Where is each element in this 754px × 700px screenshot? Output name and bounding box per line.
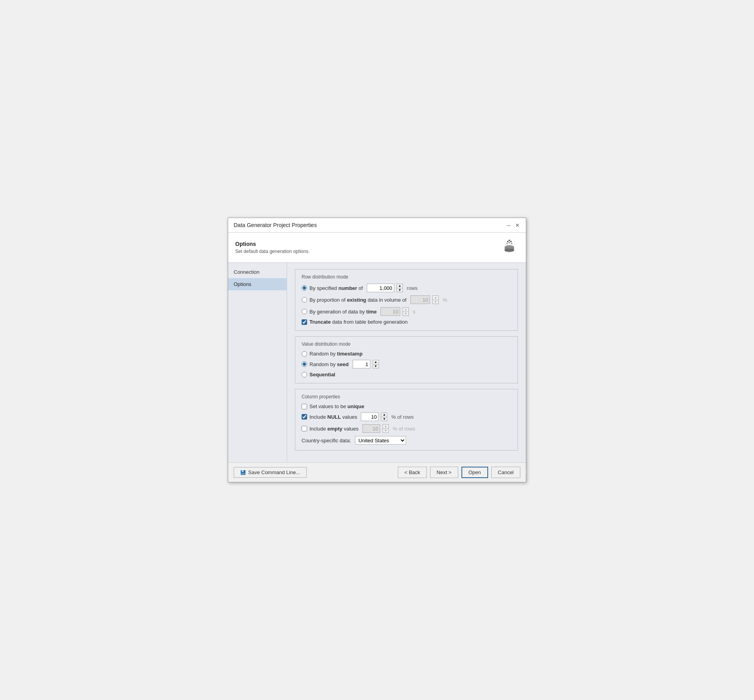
label-by-proportion[interactable]: By proportion of existing data in volume… <box>302 297 406 303</box>
footer-right: < Back Next > Open Cancel <box>398 467 520 478</box>
empty-decrement-button[interactable]: ▼ <box>382 429 389 433</box>
body-area: Connection Options Row distribution mode… <box>228 263 526 462</box>
country-select[interactable]: United States United Kingdom Germany Fra… <box>355 436 406 445</box>
spinner-time: ▲ ▼ s <box>381 307 415 316</box>
svg-point-7 <box>509 242 510 244</box>
radio-by-timestamp[interactable] <box>302 351 307 357</box>
sidebar-item-connection[interactable]: Connection <box>228 266 287 278</box>
proportion-decrement-button[interactable]: ▼ <box>432 300 439 304</box>
label-by-seed[interactable]: Random by seed <box>302 361 349 367</box>
header-section: Options Set default data generation opti… <box>228 233 526 263</box>
null-unit: % of rows <box>391 414 414 420</box>
save-icon <box>240 470 246 475</box>
checkbox-unique[interactable] <box>302 404 307 409</box>
proportion-increment-button[interactable]: ▲ <box>432 295 439 300</box>
value-distribution-group: Value distribution mode Random by timest… <box>295 336 518 383</box>
null-spinner-buttons: ▲ ▼ <box>381 412 387 421</box>
label-truncate[interactable]: Truncate data from table before generati… <box>302 319 408 325</box>
open-label: Open <box>469 469 481 475</box>
radio-sequential[interactable] <box>302 372 307 377</box>
proportion-value-input[interactable] <box>410 295 430 304</box>
rows-decrement-button[interactable]: ▼ <box>397 288 403 292</box>
svg-point-4 <box>509 240 510 241</box>
radio-by-seed[interactable] <box>302 361 307 367</box>
label-empty-values[interactable]: Include empty values <box>302 426 359 432</box>
label-unique[interactable]: Set values to be unique <box>302 403 364 409</box>
row-country: Country-specific data: United States Uni… <box>302 436 511 445</box>
close-button[interactable]: ✕ <box>514 222 520 228</box>
label-by-timestamp[interactable]: Random by timestamp <box>302 351 362 357</box>
label-null-values[interactable]: Include NULL values <box>302 414 357 420</box>
proportion-spinner-buttons: ▲ ▼ <box>432 295 439 304</box>
back-button[interactable]: < Back <box>398 467 427 478</box>
svg-point-6 <box>507 243 508 244</box>
dialog: Data Generator Project Properties ─ ✕ Op… <box>228 218 526 482</box>
row-empty-values: Include empty values ▲ ▼ % of rows <box>302 424 511 433</box>
save-command-line-button[interactable]: Save Command Line... <box>234 467 307 478</box>
empty-increment-button[interactable]: ▲ <box>382 424 389 429</box>
time-decrement-button[interactable]: ▼ <box>403 312 409 316</box>
header-text: Options Set default data generation opti… <box>235 241 309 254</box>
sidebar: Connection Options <box>228 263 287 462</box>
spinner-seed: ▲ ▼ <box>353 360 379 368</box>
title-bar: Data Generator Project Properties ─ ✕ <box>228 218 526 233</box>
header-icon <box>500 238 519 257</box>
empty-unit: % of rows <box>393 426 415 432</box>
proportion-unit: % <box>443 297 447 303</box>
row-by-seed: Random by seed ▲ ▼ <box>302 360 511 368</box>
cancel-label: Cancel <box>498 469 514 475</box>
checkbox-truncate[interactable] <box>302 319 307 325</box>
null-increment-button[interactable]: ▲ <box>381 412 387 417</box>
row-sequential: Sequential <box>302 372 511 377</box>
svg-point-8 <box>511 243 512 244</box>
main-content: Row distribution mode By specified numbe… <box>287 263 526 462</box>
checkbox-null-values[interactable] <box>302 414 307 420</box>
empty-spinner-buttons: ▲ ▼ <box>382 424 389 433</box>
radio-by-proportion[interactable] <box>302 297 307 302</box>
spinner-null: ▲ ▼ % of rows <box>361 412 414 421</box>
label-sequential[interactable]: Sequential <box>302 372 335 377</box>
minimize-button[interactable]: ─ <box>505 222 512 228</box>
title-bar-controls: ─ ✕ <box>505 222 520 228</box>
label-by-time[interactable]: By generation of data by time <box>302 309 377 315</box>
seed-spinner-buttons: ▲ ▼ <box>373 360 379 368</box>
column-properties-legend: Column properties <box>302 394 511 399</box>
svg-point-2 <box>505 245 514 249</box>
open-button[interactable]: Open <box>461 467 488 478</box>
row-unique: Set values to be unique <box>302 403 511 409</box>
null-decrement-button[interactable]: ▼ <box>381 417 387 421</box>
seed-value-input[interactable] <box>353 360 370 368</box>
svg-point-5 <box>510 241 512 242</box>
row-null-values: Include NULL values ▲ ▼ % of rows <box>302 412 511 421</box>
row-distribution-legend: Row distribution mode <box>302 274 511 280</box>
svg-rect-11 <box>242 471 243 472</box>
column-properties-group: Column properties Set values to be uniqu… <box>295 389 518 451</box>
header-title: Options <box>235 241 309 247</box>
label-by-number[interactable]: By specified number of <box>302 285 363 291</box>
seed-increment-button[interactable]: ▲ <box>373 360 379 364</box>
radio-by-number[interactable] <box>302 285 307 291</box>
time-value-input[interactable] <box>381 307 400 316</box>
next-button[interactable]: Next > <box>430 467 458 478</box>
back-label: < Back <box>404 469 420 475</box>
svg-rect-12 <box>241 473 245 475</box>
value-distribution-legend: Value distribution mode <box>302 341 511 347</box>
time-unit: s <box>413 309 415 315</box>
footer: Save Command Line... < Back Next > Open … <box>228 462 526 482</box>
empty-value-input[interactable] <box>362 424 380 433</box>
row-distribution-group: Row distribution mode By specified numbe… <box>295 269 518 331</box>
sidebar-item-options[interactable]: Options <box>228 278 287 290</box>
seed-decrement-button[interactable]: ▼ <box>373 364 379 368</box>
radio-by-time[interactable] <box>302 309 307 314</box>
rows-value-input[interactable] <box>367 284 394 292</box>
checkbox-empty-values[interactable] <box>302 426 307 431</box>
time-increment-button[interactable]: ▲ <box>403 307 409 312</box>
row-by-timestamp: Random by timestamp <box>302 351 511 357</box>
next-label: Next > <box>437 469 452 475</box>
rows-increment-button[interactable]: ▲ <box>397 284 403 288</box>
cancel-button[interactable]: Cancel <box>491 467 520 478</box>
data-generator-icon <box>501 239 518 256</box>
rows-spinner-buttons: ▲ ▼ <box>397 284 403 292</box>
row-by-number: By specified number of ▲ ▼ rows <box>302 284 511 292</box>
null-value-input[interactable] <box>361 412 379 421</box>
